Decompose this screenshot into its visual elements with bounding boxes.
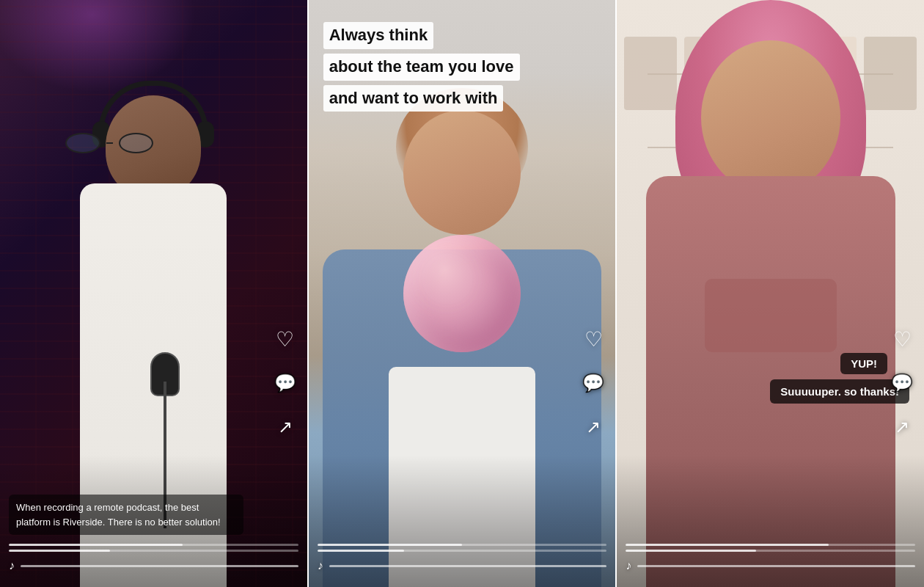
progress-bars-3	[626, 544, 915, 552]
progress-fill-6	[626, 550, 756, 552]
glass-left	[65, 133, 100, 153]
comment-icon[interactable]: 💬	[272, 370, 298, 396]
share-icon-3[interactable]: ↗	[889, 414, 915, 440]
person-body-2	[309, 73, 616, 587]
glass-bridge	[106, 142, 113, 144]
bottom-overlay-1: When recording a remote podcast, the bes…	[0, 495, 307, 587]
text-overlay-2: Always think about the team you love and…	[323, 22, 601, 114]
like-icon-2[interactable]: ♡	[580, 326, 606, 352]
bottom-overlay-3: ♪	[617, 544, 924, 587]
face-3	[701, 40, 840, 194]
progress-fill-3	[318, 544, 462, 546]
caption-box-1: When recording a remote podcast, the bes…	[9, 495, 243, 535]
action-icons-1: ♡ 💬 ↗	[272, 326, 298, 440]
action-icons-2: ♡ 💬 ↗	[580, 326, 606, 440]
music-note-icon-1: ♪	[9, 559, 15, 572]
yup-text: YUP!	[851, 357, 877, 370]
progress-track-3	[318, 544, 607, 546]
progress-track-4	[318, 550, 607, 552]
text-tag-line-1: Always think	[323, 22, 433, 49]
progress-fill-5	[626, 544, 828, 546]
music-note-icon-2: ♪	[318, 559, 323, 572]
progress-fill-1	[9, 544, 183, 546]
progress-fill-2	[9, 550, 110, 552]
music-row-2: ♪	[318, 559, 607, 572]
glasses	[65, 132, 153, 154]
progress-track-2	[9, 550, 298, 552]
progress-bars-1	[9, 544, 298, 552]
music-row-3: ♪	[626, 559, 915, 572]
share-icon[interactable]: ↗	[272, 414, 298, 440]
music-track-bar-2	[329, 565, 607, 567]
yup-bubble: YUP!	[840, 353, 887, 374]
text-line-2: about the team you love	[323, 54, 601, 84]
face-2	[403, 110, 521, 235]
video-panel-3: YUP! Suuuuuper. so thanks! ♡ 💬 ↗ ♪	[617, 0, 924, 587]
progress-track-5	[626, 544, 915, 546]
comment-icon-3[interactable]: 💬	[889, 370, 915, 396]
action-icons-3: ♡ 💬 ↗	[889, 326, 915, 440]
thanks-text: Suuuuuper. so thanks!	[780, 385, 899, 398]
share-icon-2[interactable]: ↗	[580, 414, 606, 440]
text-line-3: and want to work with	[323, 85, 601, 115]
music-track-bar-1	[21, 565, 298, 567]
bubble-gum	[403, 235, 521, 352]
caption-line-1: When recording a remote podcast, the bes…	[16, 502, 199, 513]
progress-track-1	[9, 544, 298, 546]
pocket-3	[705, 279, 837, 352]
text-line-1: Always think	[323, 22, 601, 52]
comment-icon-2[interactable]: 💬	[580, 370, 606, 396]
music-note-icon-3: ♪	[626, 559, 631, 572]
person-head	[106, 95, 201, 198]
progress-fill-4	[318, 550, 404, 552]
like-icon[interactable]: ♡	[272, 326, 298, 352]
video-panel-2: Always think about the team you love and…	[309, 0, 616, 587]
caption-line-2: platform is Riverside. There is no bette…	[16, 517, 221, 528]
like-icon-3[interactable]: ♡	[889, 326, 915, 352]
music-track-bar-3	[637, 565, 915, 567]
text-tag-line-3: and want to work with	[323, 85, 504, 112]
glass-right	[119, 133, 153, 153]
progress-bars-2	[318, 544, 607, 552]
person-figure-3	[617, 0, 924, 587]
music-row-1: ♪	[9, 559, 298, 572]
progress-track-6	[626, 550, 915, 552]
video-panel-1: ♡ 💬 ↗ When recording a remote podcast, t…	[0, 0, 307, 587]
bottom-overlay-2: ♪	[309, 544, 616, 587]
text-tag-line-2: about the team you love	[323, 54, 520, 81]
